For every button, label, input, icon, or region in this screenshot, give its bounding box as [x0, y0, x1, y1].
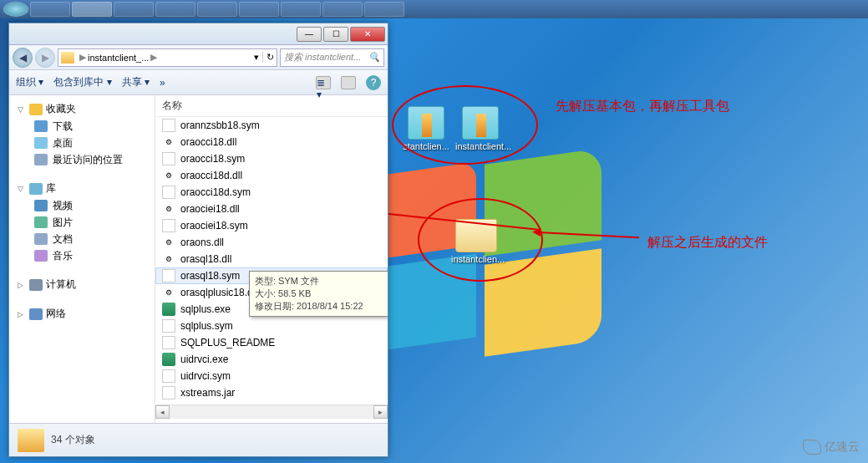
file-row[interactable]: oraons.dll — [155, 234, 388, 251]
taskbar-app-8[interactable] — [322, 2, 363, 17]
file-name: oraocci18.sym — [180, 153, 245, 165]
minimize-button[interactable]: — — [297, 27, 322, 42]
explorer-window: — ☐ ✕ ◀ ▶ ▶ instantclient_... ▶ ▾ ↻ 搜索 i… — [8, 23, 388, 457]
tooltip-type: 类型: SYM 文件 — [255, 275, 385, 287]
nav-music[interactable]: 音乐 — [9, 247, 155, 264]
library-icon — [29, 183, 43, 195]
nav-libraries[interactable]: ▽库 — [9, 180, 155, 197]
navigation-pane: ▽收藏夹 下载 桌面 最近访问的位置 ▽库 视频 图片 文档 音乐 ▷计算机 ▷… — [9, 95, 155, 423]
titlebar[interactable]: — ☐ ✕ — [9, 23, 388, 45]
forward-button[interactable]: ▶ — [35, 48, 55, 68]
file-row[interactable]: uidrvci.sym — [155, 368, 388, 384]
maximize-button[interactable]: ☐ — [323, 27, 348, 42]
search-placeholder: 搜索 instantclient... — [284, 51, 361, 64]
watermark-logo-icon — [803, 440, 821, 455]
file-name: oraons.dll — [180, 237, 224, 248]
scroll-left-button[interactable]: ◂ — [155, 405, 170, 419]
taskbar-app-7[interactable] — [281, 2, 321, 17]
file-row[interactable]: oraocci18d.dll — [155, 167, 388, 184]
dll-file-icon — [162, 135, 175, 149]
file-row[interactable]: sqlplus.sym — [155, 318, 388, 334]
desktop-icon — [34, 137, 48, 149]
back-button[interactable]: ◀ — [13, 48, 33, 68]
file-name: xstreams.jar — [180, 387, 235, 399]
recent-icon — [34, 154, 48, 165]
search-icon: 🔍 — [368, 52, 380, 63]
file-tooltip: 类型: SYM 文件 大小: 58.5 KB 修改日期: 2018/8/14 1… — [249, 271, 388, 317]
file-row[interactable]: oraocci18.sym — [155, 150, 388, 167]
organize-menu[interactable]: 组织 ▾ — [16, 75, 43, 89]
taskbar-app-4[interactable] — [155, 2, 195, 17]
taskbar-start[interactable] — [3, 2, 28, 17]
nav-favorites[interactable]: ▽收藏夹 — [9, 100, 155, 118]
file-row[interactable]: oraociei18.dll — [155, 201, 388, 217]
file-name: oraociei18.sym — [180, 220, 248, 232]
share-menu[interactable]: 共享 ▾ — [122, 75, 150, 89]
taskbar-app-5[interactable] — [197, 2, 237, 17]
file-name: orannzsbb18.sym — [180, 120, 260, 131]
column-header-name[interactable]: 名称 — [155, 95, 388, 117]
file-name: sqlplus.exe — [180, 303, 231, 315]
refresh-button[interactable]: ↻ — [262, 52, 274, 63]
page-file-icon — [162, 119, 175, 132]
taskbar-app-3[interactable] — [114, 2, 154, 17]
search-box[interactable]: 搜索 instantclient... 🔍 — [280, 48, 384, 67]
file-name: SQLPLUS_README — [180, 337, 275, 349]
status-bar: 34 个对象 — [9, 423, 388, 456]
horizontal-scrollbar[interactable]: ◂ ▸ — [155, 404, 388, 419]
preview-pane-button[interactable] — [341, 76, 356, 89]
file-row[interactable]: SQLPLUS_README — [155, 334, 388, 351]
view-options-button[interactable]: ≣ ▾ — [316, 76, 331, 89]
help-button[interactable]: ? — [366, 75, 381, 90]
music-icon — [34, 250, 48, 262]
download-icon — [34, 120, 48, 132]
file-name: orasqlplusic18.dll — [180, 287, 257, 298]
watermark: 亿速云 — [803, 440, 860, 455]
dll-file-icon — [162, 252, 175, 266]
nav-toolbar: ◀ ▶ ▶ instantclient_... ▶ ▾ ↻ 搜索 instant… — [9, 45, 388, 70]
close-button[interactable]: ✕ — [350, 27, 385, 42]
taskbar-app-9[interactable] — [364, 2, 404, 17]
file-row[interactable]: oraociei18.sym — [155, 217, 388, 234]
exe-file-icon — [162, 303, 175, 316]
page-file-icon — [162, 369, 175, 383]
path-segment[interactable]: instantclient_... — [88, 53, 149, 63]
address-dropdown[interactable]: ▾ — [254, 52, 259, 63]
video-icon — [34, 200, 48, 211]
annotation-ellipse-mid — [418, 198, 543, 282]
nav-documents[interactable]: 文档 — [9, 231, 155, 247]
file-row[interactable]: orasql18.dll — [155, 251, 388, 267]
chevron-right-icon[interactable]: ▶ — [150, 52, 157, 63]
nav-desktop[interactable]: 桌面 — [9, 135, 155, 151]
command-bar: 组织 ▾ 包含到库中 ▾ 共享 ▾ » ≣ ▾ ? — [9, 70, 388, 95]
taskbar-app-2[interactable] — [72, 2, 112, 17]
nav-pictures[interactable]: 图片 — [9, 214, 155, 231]
nav-network[interactable]: ▷网络 — [9, 305, 155, 323]
nav-recent[interactable]: 最近访问的位置 — [9, 151, 155, 168]
chevron-right-icon: ▶ — [79, 52, 86, 63]
picture-icon — [34, 216, 48, 228]
document-icon — [34, 233, 48, 245]
taskbar-app-6[interactable] — [239, 2, 279, 17]
page-file-icon — [162, 269, 175, 282]
overflow-menu[interactable]: » — [160, 77, 165, 89]
include-in-library-menu[interactable]: 包含到库中 ▾ — [53, 75, 111, 89]
file-row[interactable]: uidrvci.exe — [155, 351, 388, 368]
file-row[interactable]: xstreams.jar — [155, 384, 388, 401]
address-bar[interactable]: ▶ instantclient_... ▶ ▾ ↻ — [58, 48, 277, 67]
dll-file-icon — [162, 286, 175, 299]
file-name: oraocci18.dll — [180, 136, 236, 148]
nav-downloads[interactable]: 下载 — [9, 118, 155, 135]
nav-computer[interactable]: ▷计算机 — [9, 276, 155, 293]
file-row[interactable]: oraocci18d.sym — [155, 184, 388, 201]
scroll-right-button[interactable]: ▸ — [373, 405, 388, 419]
taskbar-app-1[interactable] — [30, 2, 70, 17]
annotation-ellipse-top — [392, 85, 538, 165]
file-row[interactable]: orannzsbb18.sym — [155, 117, 388, 134]
nav-videos[interactable]: 视频 — [9, 197, 155, 214]
file-name: uidrvci.sym — [180, 370, 231, 382]
file-name: sqlplus.sym — [180, 320, 233, 332]
file-name: orasql18.sym — [180, 270, 240, 282]
file-row[interactable]: oraocci18.dll — [155, 134, 388, 150]
page-file-icon — [162, 219, 175, 232]
